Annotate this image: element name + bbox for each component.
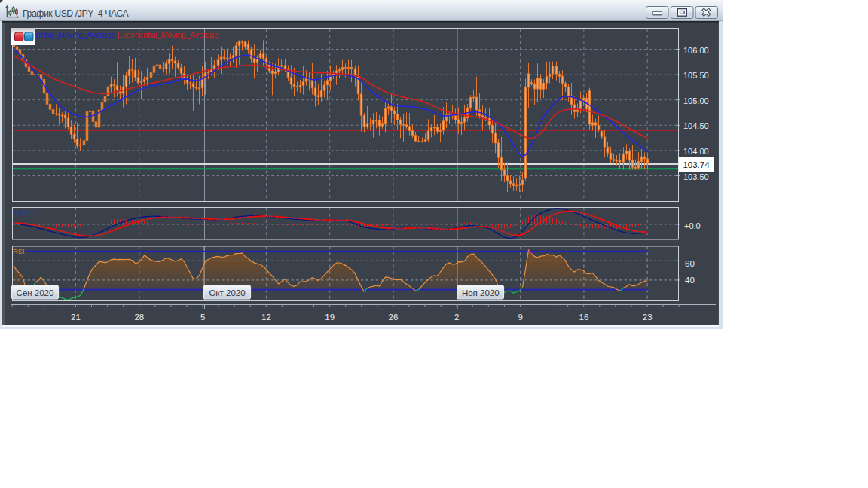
svg-text:21: 21 <box>71 313 81 322</box>
svg-text:График USD /JPY 4 ЧАСА: График USD /JPY 4 ЧАСА <box>23 8 130 19</box>
svg-text:ential_Moving_Average: ential_Moving_Average <box>36 30 116 39</box>
svg-text:40: 40 <box>685 276 695 285</box>
svg-text:+0.0: +0.0 <box>684 221 701 230</box>
svg-text:Ноя 2020: Ноя 2020 <box>462 288 500 297</box>
svg-text:RSI: RSI <box>13 248 24 255</box>
svg-text:Окт 2020: Окт 2020 <box>209 288 245 297</box>
svg-text:104.00: 104.00 <box>683 147 709 156</box>
svg-text:103.74: 103.74 <box>683 160 710 169</box>
svg-text:106.00: 106.00 <box>683 46 709 55</box>
svg-text:23: 23 <box>643 313 653 322</box>
svg-text:104.50: 104.50 <box>683 121 709 130</box>
svg-text:105.50: 105.50 <box>683 71 709 80</box>
svg-text:MACD: MACD <box>14 209 34 217</box>
svg-text:105.00: 105.00 <box>683 96 709 105</box>
svg-text:2: 2 <box>454 313 459 322</box>
svg-text:19: 19 <box>325 313 335 322</box>
svg-text:60: 60 <box>685 259 695 268</box>
svg-text:103.50: 103.50 <box>683 172 709 181</box>
svg-text:Exponential_Moving_Average: Exponential_Moving_Average <box>118 30 219 39</box>
svg-text:28: 28 <box>134 313 144 322</box>
svg-text:5: 5 <box>200 313 205 322</box>
svg-text:Сен 2020: Сен 2020 <box>17 288 54 297</box>
svg-text:26: 26 <box>389 313 399 322</box>
svg-text:16: 16 <box>579 313 589 322</box>
svg-text:12: 12 <box>261 313 271 322</box>
svg-text:9: 9 <box>518 313 522 322</box>
